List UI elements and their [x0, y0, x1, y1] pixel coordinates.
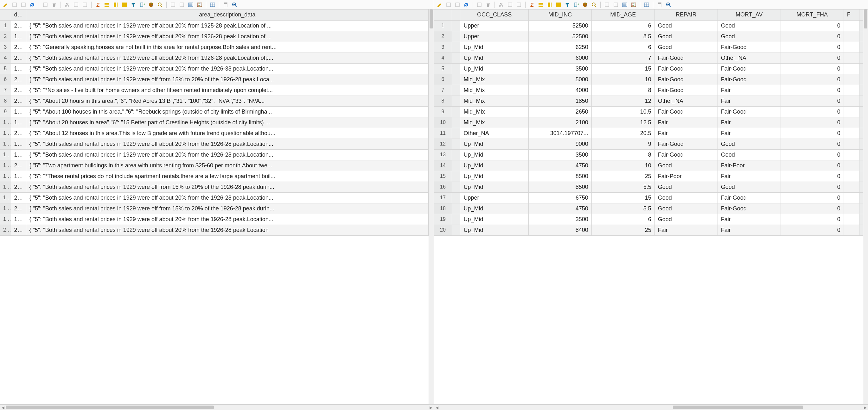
table-row[interactable]: 16Up_Mid85005.5GoodGood0: [434, 181, 868, 192]
cell-area-desc[interactable]: { "5": "Two apartment buildings in this …: [26, 160, 429, 171]
row-header[interactable]: 8: [0, 96, 11, 106]
cell-area-desc[interactable]: { "5": "Both sales and rental prices in …: [26, 149, 429, 160]
row-header[interactable]: 16: [0, 181, 11, 192]
columns-dim-icon[interactable]: [612, 1, 620, 8]
highlight-cols-icon[interactable]: [546, 1, 553, 8]
cell-repair[interactable]: Good: [654, 181, 717, 192]
cell-repair[interactable]: Good: [654, 31, 717, 42]
cell-mid-inc[interactable]: 4000: [528, 85, 591, 96]
cell-mort-fha[interactable]: 0: [781, 192, 844, 203]
cell-mid-age[interactable]: 10: [591, 160, 654, 171]
col-header-area-desc[interactable]: area_description_data: [26, 9, 429, 20]
cell-mid-inc[interactable]: 52500: [528, 31, 591, 42]
cell-f[interactable]: [844, 149, 860, 160]
vertical-scrollbar[interactable]: [429, 9, 434, 404]
cell-mort-av[interactable]: Fair: [717, 85, 781, 96]
paste-dim-icon[interactable]: [81, 1, 89, 8]
cell-f[interactable]: [844, 53, 860, 63]
cell-mort-av[interactable]: Fair-Good: [717, 106, 781, 117]
highlight-cols-icon[interactable]: [112, 1, 119, 8]
row-header[interactable]: 6: [434, 74, 452, 85]
cell-f[interactable]: [844, 117, 860, 128]
cell-mort-fha[interactable]: 0: [781, 85, 844, 96]
cell-d-id[interactable]: 192: [11, 171, 26, 181]
cell-area-desc[interactable]: { "5": "*No sales - five built for home …: [26, 85, 429, 96]
cell-area-desc[interactable]: { "5": "Both sales and rental prices in …: [26, 74, 429, 85]
cell-mid-age[interactable]: 5.5: [591, 181, 654, 192]
cell-f[interactable]: [844, 160, 860, 171]
cell-repair[interactable]: Fair-Good: [654, 53, 717, 63]
table-row[interactable]: 12Up_Mid90009Fair-GoodGood0: [434, 139, 868, 149]
cell-mid-age[interactable]: 9: [591, 139, 654, 149]
table-row[interactable]: 12191{ "5": "Both sales and rental price…: [0, 139, 434, 149]
cell-d-id[interactable]: 229: [11, 192, 26, 203]
cell-mid-age[interactable]: 8.5: [591, 31, 654, 42]
cell-d-id[interactable]: 187: [11, 106, 26, 117]
zoom-plus-icon[interactable]: [664, 1, 672, 8]
zoom-icon[interactable]: [156, 1, 164, 8]
cell-repair[interactable]: Fair: [654, 225, 717, 235]
cell-mort-fha[interactable]: 0: [781, 214, 844, 225]
cell-d-id[interactable]: 226: [11, 203, 26, 214]
cell-area-desc[interactable]: { "5": "Both sales and rental prices in …: [26, 225, 429, 235]
cell-f[interactable]: [844, 31, 860, 42]
list-check-icon[interactable]: [187, 1, 194, 8]
col-header-mort-av[interactable]: MORT_AV: [717, 9, 781, 20]
cell-area-desc[interactable]: { "5": "Both sales and rental prices in …: [26, 181, 429, 192]
cell-mort-av[interactable]: Fair: [717, 128, 781, 139]
cell-mid-age[interactable]: 6: [591, 20, 654, 31]
align-left-dim-icon[interactable]: [169, 1, 177, 8]
add-column-icon[interactable]: [138, 1, 146, 8]
cell-repair[interactable]: Good: [654, 42, 717, 53]
cell-mid-inc[interactable]: 4750: [528, 203, 591, 214]
cell-occ-class[interactable]: Up_Mid: [460, 171, 529, 181]
row-header[interactable]: 13: [434, 149, 452, 160]
table-row[interactable]: 19186{ "5": "Both sales and rental price…: [0, 214, 434, 225]
table-row[interactable]: 20Up_Mid840025FairFair0: [434, 225, 868, 235]
cell-mort-av[interactable]: Other_NA: [717, 53, 781, 63]
cell-mid-inc[interactable]: 5000: [528, 74, 591, 85]
cell-mort-av[interactable]: Fair-Good: [717, 42, 781, 53]
table-row[interactable]: 11Other_NA3014.197707...20.5FairFair0: [434, 128, 868, 139]
table-row[interactable]: 6219{ "5": "Both sales and rental prices…: [0, 74, 434, 85]
cell-occ-class[interactable]: Up_Mid: [460, 149, 529, 160]
cell-mid-age[interactable]: 7: [591, 53, 654, 63]
cell-repair[interactable]: Fair: [654, 128, 717, 139]
cell-f[interactable]: [844, 139, 860, 149]
col-header-mid-inc[interactable]: MID_INC: [528, 9, 591, 20]
calculator-dim-icon[interactable]: [222, 1, 229, 8]
row-header[interactable]: 15: [434, 171, 452, 181]
cell-mort-av[interactable]: Fair: [717, 96, 781, 106]
scroll-left-icon[interactable]: ◂: [434, 405, 440, 410]
corner-cell[interactable]: [0, 9, 11, 20]
cell-area-desc[interactable]: { "5": "About 20 hours in this area.","6…: [26, 96, 429, 106]
zoom-icon[interactable]: [590, 1, 598, 8]
cell-mid-age[interactable]: 8: [591, 149, 654, 160]
highlight-rows-icon[interactable]: [537, 1, 545, 8]
cell-d-id[interactable]: 227: [11, 85, 26, 96]
cell-mort-av[interactable]: Fair: [717, 214, 781, 225]
cell-f[interactable]: [844, 128, 860, 139]
row-header[interactable]: 17: [434, 192, 452, 203]
sigma-icon[interactable]: [528, 1, 536, 8]
pencil-icon[interactable]: [436, 1, 443, 8]
grid-dim-icon[interactable]: [11, 1, 19, 8]
col-header-repair[interactable]: REPAIR: [654, 9, 717, 20]
abacus-icon[interactable]: [196, 1, 204, 8]
cell-area-desc[interactable]: { "5": "Both sales and rental prices in …: [26, 139, 429, 149]
cell-mort-av[interactable]: Fair-Good: [717, 203, 781, 214]
row-header[interactable]: 7: [0, 85, 11, 96]
clipboard-dim-icon[interactable]: [41, 1, 49, 8]
cell-occ-class[interactable]: Up_Mid: [460, 53, 529, 63]
row-header[interactable]: 20: [0, 225, 11, 235]
cell-d-id[interactable]: 203: [11, 53, 26, 63]
cell-mid-inc[interactable]: 2650: [528, 106, 591, 117]
cell-occ-class[interactable]: Up_Mid: [460, 160, 529, 171]
cell-mort-fha[interactable]: 0: [781, 63, 844, 74]
cell-mort-av[interactable]: Fair: [717, 117, 781, 128]
row-header[interactable]: 4: [0, 53, 11, 63]
cell-mort-av[interactable]: Fair-Good: [717, 74, 781, 85]
cell-repair[interactable]: Fair-Good: [654, 149, 717, 160]
row-header[interactable]: 19: [0, 214, 11, 225]
cut-dim-icon[interactable]: [497, 1, 505, 8]
